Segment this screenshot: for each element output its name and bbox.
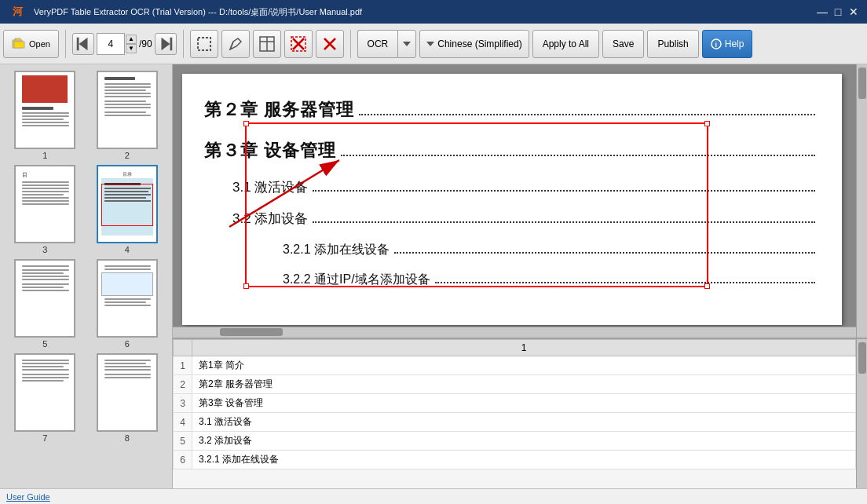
thumbnail-page-3[interactable]: 目 3: [6, 165, 84, 254]
minimize-button[interactable]: —: [815, 5, 829, 19]
row-number: 4: [174, 413, 192, 432]
table-vertical-scrollbar[interactable]: [856, 339, 867, 488]
row-content: 第3章 设备管理: [192, 394, 856, 413]
prev-icon: [75, 35, 92, 53]
pdf-viewer-inner: 第２章 服务器管理 第３章 设备管理 3.1 激活设备: [173, 64, 856, 327]
thumbnail-page-1[interactable]: 1: [6, 71, 84, 160]
help-button[interactable]: i Help: [702, 30, 753, 58]
ocr-dropdown-button[interactable]: [397, 30, 416, 58]
rectangle-icon: [196, 35, 213, 53]
row-content: 3.2 添加设备: [192, 432, 856, 451]
svg-marker-17: [403, 42, 411, 46]
row-number: 5: [174, 432, 192, 451]
pdf-page: 第２章 服务器管理 第３章 设备管理 3.1 激活设备: [182, 74, 842, 325]
thumbnail-image-6: [97, 259, 158, 338]
info-icon: i: [711, 38, 722, 49]
page-spinner[interactable]: ▲ ▼: [126, 35, 137, 53]
delete-all-button[interactable]: [316, 30, 344, 58]
language-dropdown-button[interactable]: Chinese (Simplified): [419, 30, 529, 58]
horizontal-scrollbar[interactable]: [173, 327, 856, 338]
save-button[interactable]: Save: [602, 30, 644, 58]
svg-rect-7: [198, 38, 210, 50]
row-content: 3.1 激活设备: [192, 413, 856, 432]
row-number: 3: [174, 394, 192, 413]
page-number-input[interactable]: 4: [97, 33, 125, 55]
statusbar: User Guide: [0, 488, 867, 504]
thumbnail-page-4[interactable]: 目录 4: [89, 165, 166, 254]
table-icon: [258, 35, 276, 53]
delete-selection-button[interactable]: [284, 30, 313, 58]
window-controls: — □ ✕: [815, 5, 861, 19]
table-row[interactable]: 1第1章 简介: [174, 356, 856, 375]
thumbnail-page-8[interactable]: 8: [89, 353, 166, 443]
thumbnail-image-5: [14, 259, 75, 338]
close-button[interactable]: ✕: [847, 5, 861, 19]
open-icon: [12, 37, 26, 51]
pen-tool-button[interactable]: [221, 30, 250, 58]
svg-text:i: i: [715, 40, 717, 48]
prev-page-button[interactable]: [72, 33, 94, 55]
page-navigation: 4 ▲ ▼ /90: [72, 33, 177, 55]
page-down-button[interactable]: ▼: [126, 44, 137, 53]
publish-button[interactable]: Publish: [647, 30, 698, 58]
apply-to-all-button[interactable]: Apply to All: [532, 30, 599, 58]
thumbnail-image-4: 目录: [97, 165, 158, 243]
thumbnail-label-1: 1: [42, 151, 47, 160]
svg-rect-2: [14, 42, 24, 48]
row-number: 2: [174, 375, 192, 394]
page-up-button[interactable]: ▲: [126, 35, 137, 44]
app-logo: 河: [6, 3, 29, 20]
main-content: 1: [0, 64, 867, 488]
ocr-group: OCR: [357, 30, 417, 58]
table-row[interactable]: 43.1 激活设备: [174, 413, 856, 432]
thumbnail-grid: 1: [0, 64, 172, 449]
svg-rect-4: [77, 37, 79, 50]
next-page-button[interactable]: [155, 33, 177, 55]
right-panel: 第２章 服务器管理 第３章 设备管理 3.1 激活设备: [173, 64, 867, 488]
svg-marker-5: [161, 37, 170, 50]
pdf-viewer[interactable]: 第２章 服务器管理 第３章 设备管理 3.1 激活设备: [173, 64, 867, 339]
svg-rect-1: [15, 38, 20, 41]
thumbnail-scroll-area[interactable]: 1: [0, 64, 172, 488]
thumbnail-label-5: 5: [42, 339, 47, 349]
separator3: [350, 30, 351, 58]
thumbnail-label-8: 8: [125, 433, 130, 443]
table-tool-button[interactable]: [253, 30, 281, 58]
table-row[interactable]: 53.2 添加设备: [174, 432, 856, 451]
rectangle-tool-button[interactable]: [190, 30, 218, 58]
horizontal-scrollbar-thumb[interactable]: [220, 328, 283, 336]
row-number: 1: [174, 356, 192, 375]
open-button[interactable]: Open: [3, 30, 59, 58]
thumbnail-label-2: 2: [125, 151, 130, 160]
user-guide-link[interactable]: User Guide: [6, 492, 50, 502]
svg-marker-3: [79, 37, 87, 50]
thumbnail-page-2[interactable]: 2: [89, 71, 166, 160]
ocr-button[interactable]: OCR: [357, 30, 398, 58]
vertical-scrollbar-thumb[interactable]: [858, 68, 866, 99]
thumbnail-label-7: 7: [42, 433, 47, 443]
vertical-scrollbar[interactable]: [856, 64, 867, 338]
chevron-down-icon: [403, 40, 411, 48]
toolbar: Open 4 ▲ ▼ /90: [0, 24, 867, 64]
thumbnail-image-8: [97, 353, 158, 432]
thumbnail-sidebar: 1: [0, 64, 173, 488]
thumbnail-label-3: 3: [42, 245, 47, 254]
thumbnail-image-3: 目: [14, 165, 75, 243]
table-row[interactable]: 3第3章 设备管理: [174, 394, 856, 413]
page-total: /90: [139, 38, 152, 49]
separator2: [183, 30, 184, 58]
maximize-button[interactable]: □: [831, 5, 845, 19]
row-content: 第1章 简介: [192, 356, 856, 375]
pen-icon: [227, 35, 244, 53]
table-vertical-scrollbar-thumb[interactable]: [858, 342, 866, 374]
pdf-text-content: 第２章 服务器管理 第３章 设备管理 3.1 激活设备: [204, 93, 820, 292]
delete-all-icon: [321, 35, 338, 53]
table-row[interactable]: 2第2章 服务器管理: [174, 375, 856, 394]
thumbnail-label-4: 4: [125, 245, 130, 254]
window-title: VeryPDF Table Extractor OCR (Trial Versi…: [34, 6, 362, 18]
thumbnail-page-6[interactable]: 6: [89, 259, 166, 349]
thumbnail-page-7[interactable]: 7: [6, 353, 84, 443]
thumbnail-page-5[interactable]: 5: [6, 259, 84, 349]
separator: [65, 30, 66, 58]
table-row[interactable]: 63.2.1 添加在线设备: [174, 451, 856, 469]
